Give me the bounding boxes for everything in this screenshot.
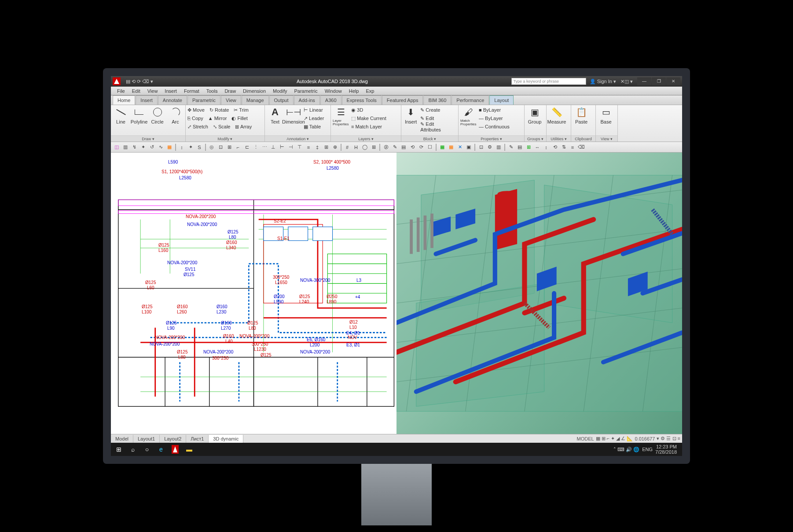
layout-tab-layout1[interactable]: Layout1 xyxy=(133,435,160,443)
tb-icon[interactable]: ⊡ xyxy=(217,143,224,151)
tb-icon[interactable]: ⊞ xyxy=(225,143,233,151)
panel-title-clipboard[interactable]: Clipboard xyxy=(571,135,595,142)
cortana-icon[interactable]: ○ xyxy=(142,444,152,455)
3d-viewport[interactable] xyxy=(396,153,682,434)
tb-icon[interactable]: ≡ xyxy=(569,143,576,151)
tb-icon[interactable]: ✕ xyxy=(456,143,464,151)
tray-icons[interactable]: ˄ ⌨ 🔊 🌐 xyxy=(613,447,639,452)
menu-format[interactable]: Format xyxy=(180,88,203,94)
tab-express-tools[interactable]: Express Tools xyxy=(342,95,382,105)
ribbon-item[interactable]: ⬚ Make Current xyxy=(351,116,386,121)
tab-performance[interactable]: Performance xyxy=(452,95,489,105)
tb-icon[interactable]: ⦿ xyxy=(382,143,390,151)
tab-insert[interactable]: Insert xyxy=(136,95,158,105)
tb-icon[interactable]: ⊞ xyxy=(525,143,532,151)
panel-title-utilities[interactable]: Utilities ▾ xyxy=(547,135,571,142)
panel-title-draw[interactable]: Draw ▾ xyxy=(111,135,185,142)
menu-view[interactable]: View xyxy=(144,88,162,94)
tb-icon[interactable]: ▥ xyxy=(495,143,503,151)
tab-layout[interactable]: Layout xyxy=(489,95,514,105)
layer-properties-button[interactable]: ☰Layer Properties xyxy=(333,106,349,126)
app-icon[interactable] xyxy=(113,77,121,85)
group-button[interactable]: ▣Group xyxy=(526,106,543,124)
explorer-icon[interactable]: ▬ xyxy=(184,444,195,455)
circle-tool[interactable]: Circle xyxy=(149,106,165,124)
tb-icon[interactable]: ↺ xyxy=(148,143,156,151)
tab-featured-apps[interactable]: Featured Apps xyxy=(382,95,423,105)
search-input[interactable]: Type a keyword or phrase xyxy=(511,78,586,85)
menu-parametric[interactable]: Parametric xyxy=(290,88,321,94)
menu-insert[interactable]: Insert xyxy=(161,88,180,94)
panel-title-layers[interactable]: Layers ▾ xyxy=(331,135,401,142)
tb-icon[interactable]: ⇅ xyxy=(560,143,568,151)
ribbon-item[interactable]: ✂ Trim xyxy=(234,107,248,113)
tb-icon[interactable]: ↕ xyxy=(542,143,550,151)
tb-icon[interactable]: ⊞ xyxy=(370,143,378,151)
tb-icon[interactable]: ✎ xyxy=(391,143,399,151)
qat-icons[interactable]: ▤ ⟲ ⟳ ⌫ ▾ xyxy=(126,79,153,84)
ribbon-item[interactable]: ◐ Fillet xyxy=(231,116,247,121)
tb-icon[interactable]: ⊏ xyxy=(243,143,251,151)
polyline-tool[interactable]: Polyline xyxy=(131,106,147,124)
tb-icon[interactable]: ⌫ xyxy=(577,143,585,151)
status-icon[interactable]: ▦ ⊞ ⌐ ✦ ◢ ∠ 📐 xyxy=(596,436,633,441)
status-icon[interactable]: ▾ ⚙ ☰ ⊡ ≡ xyxy=(657,436,680,441)
panel-title-view[interactable]: View ▾ xyxy=(596,135,617,142)
layout-tab-model[interactable]: Model xyxy=(111,435,133,443)
paste-button[interactable]: 📋Paste xyxy=(573,106,590,124)
tab-manage[interactable]: Manage xyxy=(242,95,269,105)
tb-icon[interactable]: ⊤ xyxy=(296,143,304,151)
menu-modify[interactable]: Modify xyxy=(269,88,290,94)
tab-add-ins[interactable]: Add-ins xyxy=(294,95,320,105)
close-button[interactable]: ✕ xyxy=(666,77,680,85)
panel-title-groups[interactable]: Groups ▾ xyxy=(525,135,546,142)
ribbon-item[interactable]: — ByLayer xyxy=(479,116,503,121)
text-tool[interactable]: AText xyxy=(267,106,283,124)
tb-icon[interactable]: ◯ xyxy=(361,143,369,151)
tab-a360[interactable]: A360 xyxy=(320,95,341,105)
panel-title-properties[interactable]: Properties ▾ xyxy=(459,135,524,142)
menu-window[interactable]: Window xyxy=(321,88,345,94)
ribbon-item[interactable]: ⎘ Copy xyxy=(187,116,203,121)
lang-indicator[interactable]: ENG xyxy=(642,447,653,452)
tb-icon[interactable]: ◫ xyxy=(113,143,121,151)
exchange-icon[interactable]: ✕◫ ▾ xyxy=(620,79,633,84)
ribbon-item[interactable]: ▲ Mirror xyxy=(208,116,227,121)
ribbon-item[interactable]: ✥ Move xyxy=(187,107,205,113)
line-tool[interactable]: Line xyxy=(113,106,129,124)
ribbon-item[interactable]: ⊞ Array xyxy=(235,124,252,130)
match-properties-button[interactable]: 🖌Match Properties xyxy=(460,106,477,126)
tb-icon[interactable]: ⊕ xyxy=(331,143,339,151)
tb-icon[interactable]: ↔ xyxy=(533,143,541,151)
autocad-taskbar-icon[interactable] xyxy=(170,444,180,455)
tb-icon[interactable]: ▦ xyxy=(447,143,455,151)
ribbon-item[interactable]: — Continuous xyxy=(479,124,510,129)
ribbon-item[interactable]: ⤡ Scale xyxy=(213,124,231,130)
arc-tool[interactable]: Arc xyxy=(167,106,184,124)
tb-icon[interactable]: ⋯ xyxy=(261,143,268,151)
model-button[interactable]: MODEL xyxy=(577,436,594,441)
panel-title-block[interactable]: Block ▾ xyxy=(401,135,458,142)
2d-viewport[interactable]: NOVA-200*200NOVA-200*200Ø125L80Ø160L340Ø… xyxy=(111,153,396,434)
tb-icon[interactable]: ✎ xyxy=(507,143,515,151)
tb-icon[interactable]: ⊣ xyxy=(287,143,295,151)
ribbon-item[interactable]: ▦ Table xyxy=(304,124,321,130)
menu-draw[interactable]: Draw xyxy=(221,88,239,94)
tb-icon[interactable]: ▦ xyxy=(438,143,446,151)
edge-icon[interactable]: e xyxy=(156,444,166,455)
tb-icon[interactable]: ⟲ xyxy=(551,143,559,151)
tb-icon[interactable]: ◎ xyxy=(208,143,216,151)
base-view-button[interactable]: ▭Base xyxy=(598,106,614,124)
layout-tab-лист1[interactable]: Лист1 xyxy=(186,435,209,443)
tb-icon[interactable]: ⋮ xyxy=(252,143,260,151)
tb-icon[interactable]: ⊡ xyxy=(477,143,485,151)
tb-icon[interactable]: ▤ xyxy=(516,143,524,151)
tb-icon[interactable]: ✦ xyxy=(139,143,147,151)
tab-annotate[interactable]: Annotate xyxy=(158,95,187,105)
tab-home[interactable]: Home xyxy=(113,95,135,105)
tb-icon[interactable]: ✦ xyxy=(187,143,195,151)
tb-icon[interactable]: ⊥ xyxy=(269,143,277,151)
ribbon-item[interactable]: ↗ Leader xyxy=(304,116,324,121)
clock[interactable]: 12:23 PM7/28/2018 xyxy=(655,444,679,455)
ribbon-item[interactable]: ✎ Edit Attributes xyxy=(420,121,453,132)
